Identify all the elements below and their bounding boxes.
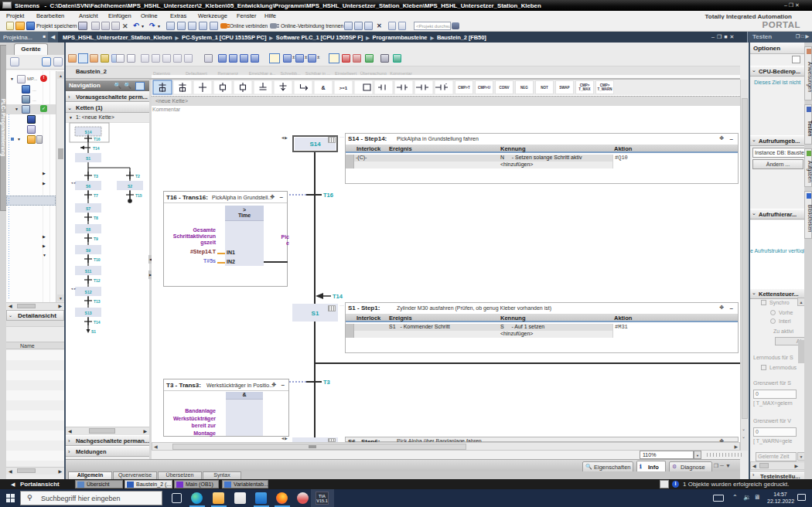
svg-text:T3: T3 <box>323 379 330 386</box>
svg-text:T16: T16 <box>94 137 101 141</box>
svg-text:T7: T7 <box>94 193 98 198</box>
svg-text:S1: S1 <box>86 156 90 161</box>
svg-text:T14: T14 <box>94 320 101 325</box>
svg-text:T10: T10 <box>94 257 101 262</box>
svg-text:T16: T16 <box>323 192 333 199</box>
svg-text:T12: T12 <box>94 278 101 283</box>
svg-text:T3: T3 <box>94 174 98 179</box>
svg-text:T14: T14 <box>333 293 343 300</box>
svg-text:T15: T15 <box>135 193 142 198</box>
svg-text:S12: S12 <box>85 290 92 294</box>
svg-text:S9: S9 <box>86 248 90 253</box>
svg-text:T8: T8 <box>94 216 98 220</box>
svg-text:S6: S6 <box>86 184 90 189</box>
svg-text:S2: S2 <box>128 184 132 189</box>
svg-text:T14: T14 <box>93 146 100 151</box>
svg-text:T2: T2 <box>135 174 140 179</box>
svg-text:S1: S1 <box>91 329 96 334</box>
svg-text:◄►: ◄► <box>70 181 77 185</box>
svg-text:S8: S8 <box>86 227 90 232</box>
svg-text:T9: T9 <box>94 236 98 241</box>
svg-text:S13: S13 <box>85 311 92 315</box>
svg-text:S14: S14 <box>85 130 92 134</box>
svg-text:S11: S11 <box>85 269 92 274</box>
svg-text:S7: S7 <box>86 206 90 211</box>
svg-text:◄►: ◄► <box>70 287 77 291</box>
svg-text:T13: T13 <box>94 299 101 304</box>
